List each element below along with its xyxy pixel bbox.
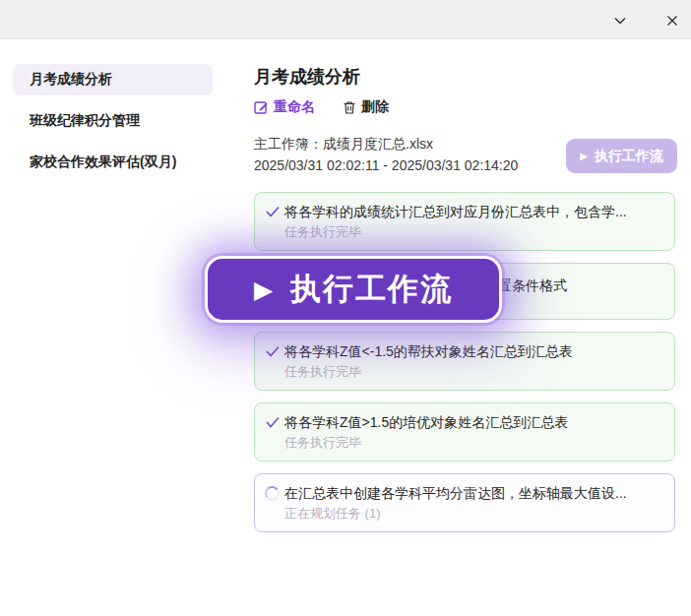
task-card-5[interactable]: 在汇总表中创建各学科平均分雷达图，坐标轴最大值设... 正在规划任务 (1) — [254, 473, 675, 532]
task-text: 在汇总表中创建各学科平均分雷达图，坐标轴最大值设... — [284, 483, 627, 504]
workbook-line: 主工作簿：成绩月度汇总.xlsx — [254, 133, 518, 154]
check-icon — [260, 202, 284, 218]
close-icon — [664, 13, 680, 29]
task-text: 将各学科Z值<-1.5的帮扶对象姓名汇总到汇总表 — [284, 341, 573, 362]
rename-label: 重命名 — [274, 98, 315, 116]
run-time-range: 2025/03/31 02:02:11 - 2025/03/31 02:14:2… — [254, 154, 518, 176]
run-workflow-overlay-label: 执行工作流 — [290, 269, 453, 310]
delete-label: 删除 — [361, 98, 389, 116]
task-status: 正在规划任务 (1) — [284, 505, 662, 523]
edit-icon — [254, 100, 269, 115]
check-icon — [260, 341, 284, 358]
workflow-meta: 主工作簿：成绩月度汇总.xlsx 2025/03/31 02:02:11 - 2… — [254, 133, 518, 176]
task-text: 置条件格式 — [498, 276, 567, 296]
sidebar-item-monthly-exam-analysis[interactable]: 月考成绩分析 — [13, 64, 213, 95]
task-status: 任务执行完毕 — [284, 434, 662, 452]
workflow-sidebar: 月考成绩分析 班级纪律积分管理 家校合作效果评估(双月) — [13, 64, 213, 188]
run-workflow-button[interactable]: ▶ 执行工作流 — [566, 139, 677, 173]
workflow-actions: 重命名 删除 — [254, 98, 389, 116]
task-status: 任务执行完毕 — [284, 363, 662, 381]
sidebar-item-home-school-evaluation[interactable]: 家校合作效果评估(双月) — [13, 147, 213, 178]
rename-button[interactable]: 重命名 — [254, 98, 315, 116]
sidebar-item-label: 月考成绩分析 — [30, 71, 112, 89]
page-title: 月考成绩分析 — [254, 65, 360, 89]
collapse-button[interactable] — [605, 6, 635, 35]
task-card-4[interactable]: 将各学科Z值>1.5的培优对象姓名汇总到汇总表 任务执行完毕 — [254, 402, 675, 462]
titlebar — [0, 0, 691, 39]
task-list: 将各学科的成绩统计汇总到对应月份汇总表中，包含学... 任务执行完毕 置条件格式… — [254, 192, 675, 544]
trash-icon — [343, 100, 356, 115]
close-button[interactable] — [658, 6, 687, 35]
delete-button[interactable]: 删除 — [343, 98, 389, 116]
sidebar-item-class-discipline-points[interactable]: 班级纪律积分管理 — [13, 105, 213, 137]
check-icon — [260, 412, 284, 429]
chevron-down-icon — [612, 13, 628, 29]
spinner-icon — [260, 483, 284, 501]
task-text: 将各学科Z值>1.5的培优对象姓名汇总到汇总表 — [284, 412, 568, 433]
sidebar-item-label: 班级纪律积分管理 — [30, 112, 140, 130]
sidebar-item-label: 家校合作效果评估(双月) — [30, 154, 176, 171]
task-text: 将各学科的成绩统计汇总到对应月份汇总表中，包含学... — [284, 202, 627, 222]
run-workflow-overlay-button[interactable]: ▶ 执行工作流 — [205, 256, 502, 323]
task-status: 任务执行完毕 — [284, 223, 662, 241]
play-icon: ▶ — [254, 276, 273, 304]
run-workflow-label: 执行工作流 — [595, 148, 663, 165]
play-icon: ▶ — [580, 152, 588, 161]
task-card-1[interactable]: 将各学科的成绩统计汇总到对应月份汇总表中，包含学... 任务执行完毕 — [254, 192, 675, 251]
task-card-3[interactable]: 将各学科Z值<-1.5的帮扶对象姓名汇总到汇总表 任务执行完毕 — [254, 332, 675, 391]
